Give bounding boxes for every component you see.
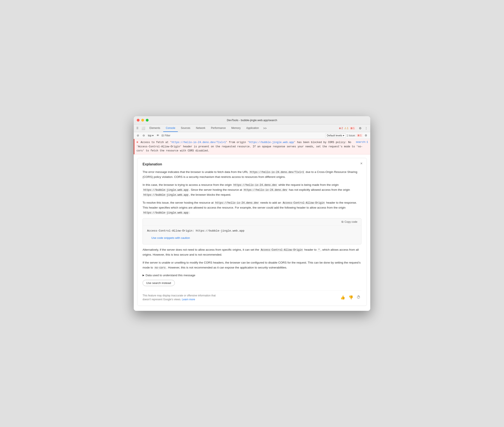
- data-disclosure-toggle[interactable]: ▶ Data used to understand this message: [142, 274, 362, 277]
- clear-console-icon[interactable]: ⊘: [135, 133, 140, 138]
- filter-area: ⊟ Filter: [161, 134, 171, 137]
- issues-area: 1 Issue: ⊠ 1: [346, 134, 362, 137]
- copy-code-button[interactable]: ⧉ Copy code: [340, 220, 359, 224]
- top-label: top: [148, 134, 152, 137]
- data-disclosure-label: Data used to understand this message: [146, 274, 195, 277]
- device-toolbar-icon[interactable]: ⬜: [140, 126, 146, 131]
- cors-error-row: search:1 ⊗ Access to fetch at 'https://h…: [134, 139, 370, 154]
- minimize-traffic-light[interactable]: [141, 119, 144, 122]
- devtools-window: DevTools - bubble-jingle.web.app/search …: [134, 116, 370, 311]
- traffic-lights: [137, 119, 149, 122]
- filter-icon: ⊟: [161, 134, 164, 137]
- error-url1-link[interactable]: https://hello-io-24.deno.dev/?lvl=1: [172, 141, 226, 144]
- default-levels-label: Default levels: [327, 134, 342, 137]
- copy-icon: ⧉: [341, 220, 343, 224]
- issues-count-badge: ⊠ 1: [356, 134, 362, 137]
- disclosure-arrow-icon: ▶: [142, 274, 144, 277]
- error-text-before: Access to fetch at ': [141, 141, 172, 144]
- tab-memory[interactable]: Memory: [229, 125, 243, 132]
- console-settings-icon[interactable]: ⚙: [363, 133, 369, 138]
- close-explanation-button[interactable]: ×: [359, 161, 364, 166]
- console-toolbar: ⊘ ⊖ top ▾ 👁 ⊟ Filter Default levels ▾ 1 …: [134, 132, 370, 139]
- info-badge: ⊠ 1: [350, 127, 355, 130]
- explanation-para-2: In this case, the browser is trying to a…: [142, 183, 362, 197]
- settings-icon[interactable]: ⚙: [358, 126, 363, 131]
- error-text-middle: ' from origin ': [226, 141, 249, 144]
- tab-application[interactable]: Application: [244, 125, 261, 132]
- learn-more-link[interactable]: Learn more: [182, 298, 195, 301]
- tab-sources[interactable]: Sources: [178, 125, 193, 132]
- tab-network[interactable]: Network: [193, 125, 208, 132]
- badge-area: ⊗ 2 ⚠ 1 ⊠ 1: [339, 127, 355, 130]
- more-tabs-icon[interactable]: >>: [262, 126, 268, 131]
- maximize-traffic-light[interactable]: [146, 119, 149, 122]
- info-error-icon: ⊠: [350, 127, 353, 130]
- error-url2-link[interactable]: https://bubble-jingle.web.app: [249, 141, 294, 144]
- window-title: DevTools - bubble-jingle.web.app/search: [227, 119, 277, 122]
- warn-badge: ⚠ 1: [344, 127, 348, 130]
- tab-elements[interactable]: Elements: [147, 125, 163, 132]
- feedback-buttons: 👍 👎 ⏱: [339, 294, 362, 301]
- eye-icon[interactable]: 👁: [155, 133, 161, 138]
- caution-link[interactable]: Use code snippets with caution: [151, 236, 190, 239]
- thumbs-up-button[interactable]: 👍: [339, 294, 346, 301]
- error-source-link[interactable]: search:1: [356, 140, 368, 144]
- filter-label: Filter: [165, 134, 171, 137]
- explanation-para-alt2: If the server is unable or unwilling to …: [142, 260, 362, 270]
- explanation-panel: Explanation × The error message indicate…: [137, 158, 367, 306]
- report-button[interactable]: ⏱: [356, 294, 362, 300]
- console-content: search:1 ⊗ Access to fetch at 'https://h…: [134, 139, 370, 311]
- thumbs-down-button[interactable]: 👎: [348, 294, 354, 301]
- explanation-para-3: To resolve this issue, the server hostin…: [142, 200, 362, 215]
- error-icon: ⊗: [136, 141, 138, 144]
- context-selector[interactable]: top ▾: [147, 134, 154, 137]
- code-block-container: ⧉ Copy code Access-Control-Allow-Origin:…: [142, 218, 362, 245]
- code-snippet: Access-Control-Allow-Origin: https://bub…: [143, 226, 361, 236]
- disclaimer-row: This feature may display inaccurate or o…: [142, 290, 362, 301]
- select-tool-icon[interactable]: ⠿: [135, 126, 140, 131]
- disclaimer-text: This feature may display inaccurate or o…: [142, 294, 224, 301]
- context-dropdown-icon: ▾: [152, 134, 154, 137]
- code-block-toolbar: ⧉ Copy code: [143, 218, 361, 226]
- use-search-button[interactable]: Use search instead: [142, 280, 175, 286]
- more-options-icon[interactable]: ⋮: [363, 126, 369, 131]
- explanation-para-1: The error message indicates that the bro…: [142, 170, 362, 180]
- explanation-title: Explanation: [142, 162, 362, 166]
- explanation-para-alt1: Alternatively, if the server does not ne…: [142, 247, 362, 257]
- devtools-tabs-bar: ⠿ ⬜ Elements Console Sources Network Per…: [134, 124, 370, 132]
- tab-performance[interactable]: Performance: [208, 125, 228, 132]
- error-badge: ⊗ 2: [339, 127, 343, 130]
- title-bar: DevTools - bubble-jingle.web.app/search: [134, 116, 370, 124]
- clear-icon[interactable]: ⊖: [141, 133, 146, 138]
- error-circle-icon: ⊗: [339, 127, 341, 130]
- close-traffic-light[interactable]: [137, 119, 140, 122]
- levels-dropdown-icon: ▾: [343, 134, 344, 137]
- tab-console[interactable]: Console: [163, 125, 178, 132]
- warning-icon: ⚠: [344, 127, 346, 130]
- default-levels-selector[interactable]: Default levels ▾: [325, 133, 346, 138]
